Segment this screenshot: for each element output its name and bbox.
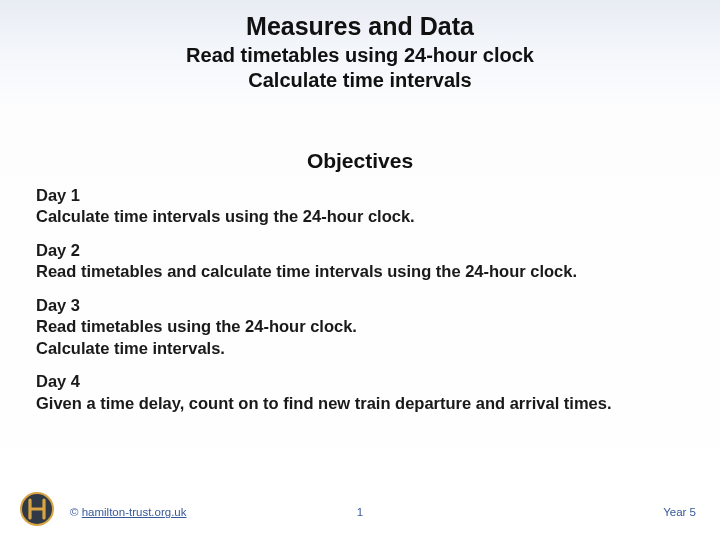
objective-item: Day 1 Calculate time intervals using the… — [36, 185, 684, 228]
page-subtitle: Read timetables using 24-hour clock Calc… — [0, 43, 720, 93]
objective-text: Given a time delay, count on to find new… — [36, 393, 684, 414]
subtitle-line-1: Read timetables using 24-hour clock — [0, 43, 720, 68]
page-number: 1 — [357, 506, 363, 518]
objective-day-label: Day 4 — [36, 371, 684, 392]
subtitle-line-2: Calculate time intervals — [0, 68, 720, 93]
objective-text: Read timetables using the 24-hour clock. — [36, 316, 684, 337]
copyright-prefix: © — [70, 506, 82, 518]
objective-item: Day 2 Read timetables and calculate time… — [36, 240, 684, 283]
objective-day-label: Day 1 — [36, 185, 684, 206]
page-title: Measures and Data — [0, 0, 720, 41]
logo-icon — [20, 492, 54, 526]
copyright-text: © hamilton-trust.org.uk — [70, 506, 187, 518]
year-label: Year 5 — [663, 506, 696, 518]
copyright-link[interactable]: hamilton-trust.org.uk — [82, 506, 187, 518]
objective-item: Day 4 Given a time delay, count on to fi… — [36, 371, 684, 414]
objective-day-label: Day 2 — [36, 240, 684, 261]
objective-text: Calculate time intervals using the 24-ho… — [36, 206, 684, 227]
objective-day-label: Day 3 — [36, 295, 684, 316]
objective-text: Read timetables and calculate time inter… — [36, 261, 684, 282]
objectives-heading: Objectives — [0, 149, 720, 173]
objectives-list: Day 1 Calculate time intervals using the… — [0, 173, 720, 414]
objective-text: Calculate time intervals. — [36, 338, 684, 359]
footer: © hamilton-trust.org.uk 1 Year 5 — [0, 496, 720, 526]
objective-item: Day 3 Read timetables using the 24-hour … — [36, 295, 684, 359]
